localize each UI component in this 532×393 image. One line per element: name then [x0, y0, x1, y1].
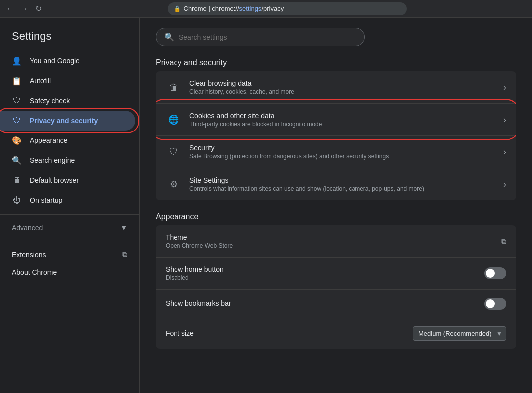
home-button-toggle[interactable]	[484, 267, 506, 279]
startup-icon: ⏻	[12, 195, 22, 205]
site-settings-title: Site Settings	[189, 176, 495, 184]
search-icon: 🔍	[164, 32, 174, 42]
home-button-title: Show home button	[166, 265, 484, 273]
toggle-knob	[486, 269, 495, 278]
advanced-label: Advanced	[12, 224, 43, 232]
sidebar-item-label: Safety check	[30, 97, 70, 105]
content-area: 🔍 Privacy and security 🗑 Clear browsing …	[140, 18, 532, 393]
cookies-title: Cookies and other site data	[189, 112, 495, 120]
chevron-right-icon: ›	[503, 179, 506, 190]
sidebar-item-privacy-security[interactable]: 🛡 Privacy and security	[0, 111, 135, 131]
sidebar-item-default-browser[interactable]: 🖥 Default browser	[0, 170, 135, 190]
refresh-button[interactable]: ↻	[34, 4, 43, 13]
sidebar-item-on-startup[interactable]: ⏻ On startup	[0, 190, 135, 210]
forward-button[interactable]: →	[20, 4, 29, 13]
search-input[interactable]	[179, 33, 356, 41]
sidebar-item-safety-check[interactable]: 🛡 Safety check	[0, 91, 135, 111]
theme-title: Theme	[166, 233, 501, 241]
sidebar-item-label: Default browser	[30, 176, 79, 184]
sidebar-item-appearance[interactable]: 🎨 Appearance	[0, 131, 135, 150]
trash-icon: 🗑	[166, 79, 181, 95]
font-size-title: Font size	[166, 329, 413, 337]
address-text: Chrome | chrome://settings/privacy	[184, 5, 284, 12]
external-link-icon: ⧉	[501, 237, 506, 246]
back-button[interactable]: ←	[6, 4, 15, 13]
cookies-text: Cookies and other site data Third-party …	[189, 112, 495, 128]
sidebar-item-autofill[interactable]: 📋 Autofill	[0, 71, 135, 91]
appearance-section-header: Appearance	[156, 212, 516, 221]
cookies-desc: Third-party cookies are blocked in Incog…	[189, 121, 495, 128]
sidebar-divider	[0, 214, 139, 215]
browser-name: Chrome	[184, 5, 207, 12]
shield-icon: 🛡	[166, 144, 181, 160]
person-icon: 👤	[12, 56, 22, 66]
font-size-select[interactable]: Small Medium (Recommended) Large Very La…	[413, 326, 506, 341]
sidebar-item-label: Autofill	[30, 77, 51, 85]
chevron-down-icon: ▼	[120, 224, 127, 232]
show-bookmarks-row[interactable]: Show bookmarks bar	[156, 290, 516, 318]
browser-bar: ← → ↻ 🔒 Chrome | chrome://settings/priva…	[0, 0, 532, 18]
font-size-select-wrapper[interactable]: Small Medium (Recommended) Large Very La…	[413, 326, 506, 341]
sidebar-advanced[interactable]: Advanced ▼	[0, 219, 139, 237]
privacy-section-header: Privacy and security	[156, 58, 516, 67]
search-bar[interactable]: 🔍	[156, 28, 365, 46]
site-settings-row[interactable]: ⚙ Site Settings Controls what informatio…	[156, 168, 516, 200]
sidebar-item-search-engine[interactable]: 🔍 Search engine	[0, 150, 135, 170]
sidebar: Settings 👤 You and Google 📋 Autofill 🛡 S…	[0, 18, 140, 393]
sidebar-item-label: You and Google	[30, 57, 80, 65]
sidebar-divider-2	[0, 241, 139, 241]
safety-icon: 🛡	[12, 96, 22, 106]
security-title: Security	[189, 144, 495, 152]
theme-row[interactable]: Theme Open Chrome Web Store ⧉	[156, 225, 516, 258]
privacy-settings-card: 🗑 Clear browsing data Clear history, coo…	[156, 71, 516, 200]
chevron-right-icon: ›	[503, 82, 506, 93]
security-text: Security Safe Browsing (protection from …	[189, 144, 495, 160]
home-button-desc: Disabled	[166, 274, 484, 281]
appearance-settings-card: Theme Open Chrome Web Store ⧉ Show home …	[156, 225, 516, 349]
sidebar-item-label: Appearance	[30, 136, 68, 144]
site-settings-text: Site Settings Controls what information …	[189, 176, 495, 192]
toggle-knob	[486, 299, 495, 308]
clear-browsing-text: Clear browsing data Clear history, cooki…	[189, 79, 495, 95]
font-size-row[interactable]: Font size Small Medium (Recommended) Lar…	[156, 318, 516, 349]
sidebar-item-label: Privacy and security	[30, 117, 98, 125]
show-home-button-row[interactable]: Show home button Disabled	[156, 258, 516, 290]
security-row[interactable]: 🛡 Security Safe Browsing (protection fro…	[156, 136, 516, 168]
about-label: About Chrome	[12, 268, 57, 276]
search-engine-icon: 🔍	[12, 155, 22, 165]
address-bar[interactable]: 🔒 Chrome | chrome://settings/privacy	[168, 2, 407, 15]
cookies-icon: 🌐	[166, 112, 181, 128]
bookmarks-title: Show bookmarks bar	[166, 299, 484, 307]
theme-desc: Open Chrome Web Store	[166, 242, 501, 249]
extensions-label: Extensions	[12, 251, 114, 259]
appearance-icon: 🎨	[12, 135, 22, 145]
search-bar-wrapper: 🔍	[156, 28, 516, 46]
sidebar-title: Settings	[0, 26, 139, 51]
sidebar-extensions[interactable]: Extensions ⧉	[0, 245, 139, 263]
main-layout: Settings 👤 You and Google 📋 Autofill 🛡 S…	[0, 18, 532, 393]
site-settings-desc: Controls what information sites can use …	[189, 185, 495, 192]
chevron-right-icon: ›	[503, 147, 506, 157]
external-link-icon: ⧉	[122, 250, 127, 259]
security-desc: Safe Browsing (protection from dangerous…	[189, 153, 495, 160]
sidebar-item-label: Search engine	[30, 156, 75, 164]
cookies-row[interactable]: 🌐 Cookies and other site data Third-part…	[156, 104, 516, 136]
bookmarks-toggle[interactable]	[484, 298, 506, 310]
clear-browsing-desc: Clear history, cookies, cache, and more	[189, 88, 495, 95]
chevron-right-icon: ›	[503, 115, 506, 125]
browser-icon: 🖥	[12, 175, 22, 185]
sidebar-item-label: On startup	[30, 196, 62, 204]
sidebar-item-you-google[interactable]: 👤 You and Google	[0, 51, 135, 71]
clear-browsing-title: Clear browsing data	[189, 79, 495, 87]
security-icon: 🔒	[174, 5, 181, 12]
sliders-icon: ⚙	[166, 176, 181, 192]
clear-browsing-row[interactable]: 🗑 Clear browsing data Clear history, coo…	[156, 71, 516, 104]
sidebar-about-chrome[interactable]: About Chrome	[0, 263, 139, 281]
autofill-icon: 📋	[12, 76, 22, 86]
privacy-icon: 🛡	[12, 116, 22, 126]
